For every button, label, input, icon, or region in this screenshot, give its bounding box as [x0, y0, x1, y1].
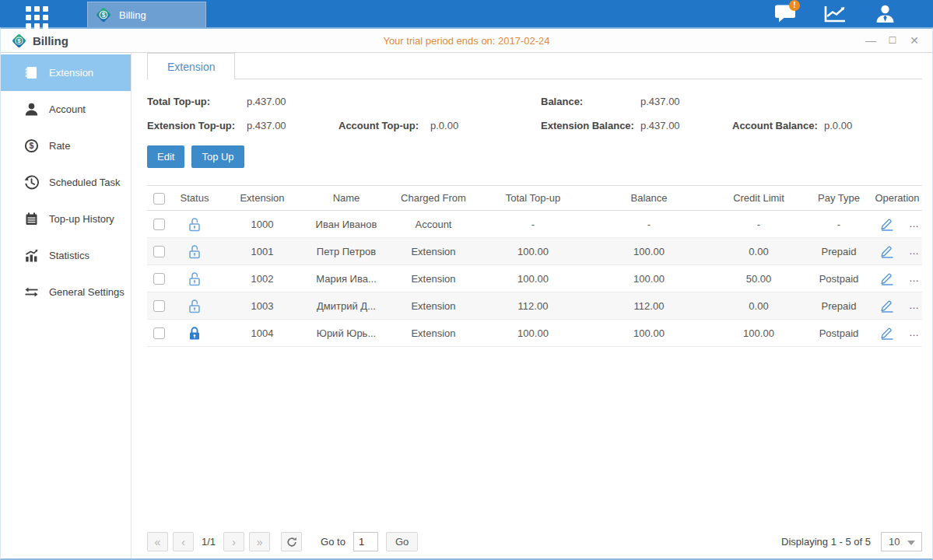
next-page-button[interactable]: ›: [223, 532, 244, 551]
maximize-icon[interactable]: ☐: [887, 35, 898, 46]
table-row: 1002Мария Ива...Extension100.00100.0050.…: [147, 265, 922, 292]
balance-cell: -: [586, 211, 712, 238]
charged-from-cell: Account: [387, 211, 480, 238]
row-checkbox-cell: [147, 211, 170, 238]
name-cell: Петр Петров: [306, 238, 387, 265]
operation-cell: $: [872, 292, 922, 320]
total-topup-value: p.437.00: [247, 96, 338, 107]
edit-pencil-icon[interactable]: [879, 271, 895, 285]
edit-button[interactable]: Edit: [147, 145, 184, 168]
charged-from-cell: Extension: [387, 320, 480, 347]
taskbar-item-billing[interactable]: $ Billing: [87, 2, 206, 27]
tab-extension[interactable]: Extension: [147, 53, 235, 80]
sidebar-item-label: Statistics: [49, 250, 89, 261]
rate-dollar-icon: $: [24, 138, 39, 153]
column-header[interactable]: Total Top-up: [480, 186, 586, 211]
pay-type-cell: Prepaid: [805, 238, 872, 265]
person-icon: [875, 3, 896, 24]
tab-label: Extension: [167, 61, 215, 73]
edit-pencil-icon[interactable]: [879, 299, 895, 313]
sidebar-item-scheduled-task[interactable]: Scheduled Task: [1, 164, 131, 201]
topup-history-ledger-icon: [24, 212, 39, 226]
credit-limit-cell: 0.00: [712, 292, 805, 320]
select-all-checkbox[interactable]: [153, 193, 165, 205]
column-header[interactable]: Name: [306, 186, 387, 211]
column-header[interactable]: Operation: [872, 186, 922, 211]
name-cell: Юрий Юрь...: [306, 320, 387, 347]
sidebar-item-label: Rate: [49, 140, 70, 152]
page-size-select[interactable]: 10: [881, 532, 922, 551]
sidebar-item-statistics[interactable]: Statistics: [1, 237, 131, 274]
trial-notice: Your trial period ends on: 2017-02-24: [1, 35, 932, 47]
table-row: 1004Юрий Юрь...Extension100.00100.00100.…: [147, 320, 922, 347]
pay-type-cell: Prepaid: [805, 292, 872, 320]
account-topup-value: p.0.00: [430, 120, 522, 131]
total-topup-cell: -: [480, 211, 586, 238]
column-header[interactable]: Pay Type: [805, 186, 872, 211]
goto-page-input[interactable]: [353, 532, 378, 551]
table-row: 1000Иван ИвановAccount----$: [147, 211, 922, 238]
operation-cell: $: [872, 265, 922, 292]
table-row: 1003Дмитрий Д...Extension112.00112.000.0…: [147, 292, 922, 320]
pagination-bar: « ‹ 1/1 › » Go to Go Displaying 1 - 5 of…: [147, 532, 922, 551]
lock-open-icon: [188, 271, 202, 286]
column-header[interactable]: Credit Limit: [712, 186, 805, 211]
credit-limit-cell: 50.00: [712, 265, 805, 292]
first-page-button[interactable]: «: [147, 532, 168, 551]
balance-cell: 100.00: [586, 238, 712, 265]
sidebar-item-general-settings[interactable]: General Settings: [1, 274, 131, 310]
topup-button[interactable]: Top Up: [191, 145, 244, 168]
column-header[interactable]: Charged From: [387, 186, 480, 211]
tab-strip: Extension: [147, 53, 922, 79]
prev-page-button[interactable]: ‹: [173, 532, 194, 551]
edit-pencil-icon[interactable]: [879, 217, 895, 231]
goto-label: Go to: [321, 536, 345, 548]
total-topup-cell: 100.00: [480, 265, 586, 292]
row-checkbox[interactable]: [153, 219, 165, 230]
row-checkbox[interactable]: [153, 327, 165, 339]
status-cell: [170, 211, 219, 238]
window-title-text: Billing: [33, 34, 68, 47]
refresh-button[interactable]: [281, 532, 302, 551]
close-icon[interactable]: ✕: [909, 35, 920, 46]
column-header[interactable]: Status: [170, 186, 219, 211]
credit-limit-cell: 0.00: [712, 238, 805, 265]
row-checkbox[interactable]: [153, 300, 165, 312]
page-size-value: 10: [889, 536, 900, 548]
balance-cell: 112.00: [586, 292, 712, 320]
column-header[interactable]: Balance: [586, 186, 712, 211]
status-cell: [170, 265, 219, 292]
svg-text:$: $: [919, 279, 922, 285]
edit-pencil-icon[interactable]: [879, 244, 895, 258]
svg-text:$: $: [17, 37, 21, 44]
row-checkbox-cell: [147, 238, 170, 265]
statistics-button[interactable]: [823, 3, 847, 25]
messages-button[interactable]: !: [773, 3, 798, 25]
billing-app-icon: $: [95, 6, 112, 23]
row-checkbox[interactable]: [153, 273, 165, 285]
app-launcher-grid-icon[interactable]: [26, 6, 48, 29]
sidebar-item-extension[interactable]: Extension: [1, 54, 131, 91]
last-page-button[interactable]: »: [249, 532, 270, 551]
status-cell: [170, 320, 219, 347]
edit-pencil-icon[interactable]: [879, 326, 895, 340]
column-header[interactable]: Extension: [219, 186, 306, 211]
row-checkbox-cell: [147, 320, 170, 347]
window-title-bar: $ Billing Your trial period ends on: 201…: [1, 29, 932, 53]
extension-balance-value: p.437.00: [640, 120, 732, 131]
sidebar-item-account[interactable]: Account: [1, 91, 131, 128]
account-balance-value: p.0.00: [824, 120, 916, 131]
lock-open-icon: [188, 299, 202, 313]
user-button[interactable]: [872, 3, 897, 25]
desktop-top-bar: $ Billing !: [0, 0, 933, 27]
svg-text:$: $: [919, 252, 922, 258]
name-cell: Мария Ива...: [306, 265, 387, 292]
row-checkbox[interactable]: [153, 246, 165, 257]
account-person-icon: [24, 102, 39, 117]
sidebar-item-topup-history[interactable]: Top-up History: [1, 201, 131, 237]
minimize-icon[interactable]: —: [865, 35, 876, 46]
go-button[interactable]: Go: [386, 532, 418, 551]
extension-cell: 1001: [219, 238, 306, 265]
billing-window: $ Billing Your trial period ends on: 201…: [0, 27, 933, 560]
sidebar-item-rate[interactable]: $Rate: [1, 128, 131, 164]
